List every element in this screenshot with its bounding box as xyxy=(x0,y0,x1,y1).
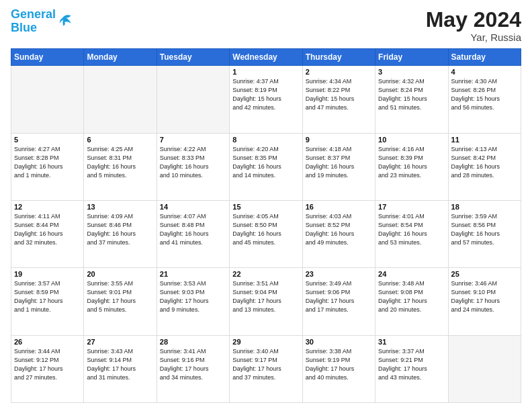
calendar-cell: 24Sunrise: 3:48 AM Sunset: 9:08 PM Dayli… xyxy=(375,268,448,335)
calendar-week-4: 19Sunrise: 3:57 AM Sunset: 8:59 PM Dayli… xyxy=(11,268,521,335)
calendar-cell: 11Sunrise: 4:13 AM Sunset: 8:42 PM Dayli… xyxy=(448,133,521,200)
day-number: 12 xyxy=(14,203,81,211)
logo-text: General Blue xyxy=(11,8,56,35)
calendar-cell: 5Sunrise: 4:27 AM Sunset: 8:28 PM Daylig… xyxy=(11,133,84,200)
day-info: Sunrise: 4:20 AM Sunset: 8:35 PM Dayligh… xyxy=(232,145,299,180)
calendar-header-row: SundayMondayTuesdayWednesdayThursdayFrid… xyxy=(11,49,521,66)
calendar-cell: 21Sunrise: 3:53 AM Sunset: 9:03 PM Dayli… xyxy=(157,268,229,335)
day-number: 6 xyxy=(87,136,153,144)
calendar-cell xyxy=(84,66,157,133)
calendar-cell: 27Sunrise: 3:43 AM Sunset: 9:14 PM Dayli… xyxy=(84,335,157,402)
day-info: Sunrise: 4:27 AM Sunset: 8:28 PM Dayligh… xyxy=(14,145,81,180)
day-info: Sunrise: 3:44 AM Sunset: 9:12 PM Dayligh… xyxy=(14,347,81,382)
day-number: 24 xyxy=(378,270,445,278)
day-number: 22 xyxy=(232,270,299,278)
calendar-cell xyxy=(448,335,521,402)
column-header-tuesday: Tuesday xyxy=(157,49,229,66)
calendar-week-1: 1Sunrise: 4:37 AM Sunset: 8:19 PM Daylig… xyxy=(11,66,521,133)
column-header-wednesday: Wednesday xyxy=(230,49,302,66)
day-info: Sunrise: 3:46 AM Sunset: 9:10 PM Dayligh… xyxy=(451,279,518,314)
day-number: 18 xyxy=(451,203,518,211)
calendar-week-5: 26Sunrise: 3:44 AM Sunset: 9:12 PM Dayli… xyxy=(11,335,521,402)
day-info: Sunrise: 3:48 AM Sunset: 9:08 PM Dayligh… xyxy=(378,279,445,314)
day-info: Sunrise: 4:22 AM Sunset: 8:33 PM Dayligh… xyxy=(160,145,226,180)
day-info: Sunrise: 4:01 AM Sunset: 8:54 PM Dayligh… xyxy=(378,212,445,247)
day-number: 10 xyxy=(378,136,445,144)
day-number: 16 xyxy=(306,203,372,211)
calendar-cell: 22Sunrise: 3:51 AM Sunset: 9:04 PM Dayli… xyxy=(230,268,302,335)
day-info: Sunrise: 3:41 AM Sunset: 9:16 PM Dayligh… xyxy=(160,347,226,382)
day-number: 25 xyxy=(451,270,518,278)
column-header-saturday: Saturday xyxy=(448,49,521,66)
day-number: 13 xyxy=(87,203,153,211)
day-info: Sunrise: 3:59 AM Sunset: 8:56 PM Dayligh… xyxy=(451,212,518,247)
day-number: 14 xyxy=(160,203,226,211)
day-info: Sunrise: 4:03 AM Sunset: 8:52 PM Dayligh… xyxy=(306,212,372,247)
calendar-cell: 7Sunrise: 4:22 AM Sunset: 8:33 PM Daylig… xyxy=(157,133,229,200)
calendar-cell: 26Sunrise: 3:44 AM Sunset: 9:12 PM Dayli… xyxy=(11,335,84,402)
day-info: Sunrise: 4:34 AM Sunset: 8:22 PM Dayligh… xyxy=(306,77,372,112)
day-info: Sunrise: 4:30 AM Sunset: 8:26 PM Dayligh… xyxy=(451,77,518,112)
logo-bird-icon xyxy=(57,12,76,31)
calendar-cell: 14Sunrise: 4:07 AM Sunset: 8:48 PM Dayli… xyxy=(157,200,229,267)
calendar-cell xyxy=(11,66,84,133)
day-info: Sunrise: 4:09 AM Sunset: 8:46 PM Dayligh… xyxy=(87,212,153,247)
calendar-cell: 23Sunrise: 3:49 AM Sunset: 9:06 PM Dayli… xyxy=(302,268,375,335)
calendar-cell xyxy=(157,66,229,133)
day-number: 28 xyxy=(160,338,226,346)
page: General Blue May 2024 Yar, Russia Sunday… xyxy=(0,0,532,411)
day-info: Sunrise: 3:55 AM Sunset: 9:01 PM Dayligh… xyxy=(87,279,153,314)
day-info: Sunrise: 3:43 AM Sunset: 9:14 PM Dayligh… xyxy=(87,347,153,382)
calendar-cell: 10Sunrise: 4:16 AM Sunset: 8:39 PM Dayli… xyxy=(375,133,448,200)
day-number: 8 xyxy=(232,136,299,144)
calendar-cell: 16Sunrise: 4:03 AM Sunset: 8:52 PM Dayli… xyxy=(302,200,375,267)
day-number: 11 xyxy=(451,136,518,144)
column-header-friday: Friday xyxy=(375,49,448,66)
calendar-cell: 13Sunrise: 4:09 AM Sunset: 8:46 PM Dayli… xyxy=(84,200,157,267)
day-number: 29 xyxy=(232,338,299,346)
header: General Blue May 2024 Yar, Russia xyxy=(11,8,521,43)
calendar-cell: 3Sunrise: 4:32 AM Sunset: 8:24 PM Daylig… xyxy=(375,66,448,133)
calendar-cell: 15Sunrise: 4:05 AM Sunset: 8:50 PM Dayli… xyxy=(230,200,302,267)
day-info: Sunrise: 4:11 AM Sunset: 8:44 PM Dayligh… xyxy=(14,212,81,247)
day-number: 5 xyxy=(14,136,81,144)
title-block: May 2024 Yar, Russia xyxy=(426,8,521,43)
day-number: 4 xyxy=(451,68,518,76)
day-info: Sunrise: 4:07 AM Sunset: 8:48 PM Dayligh… xyxy=(160,212,226,247)
calendar-cell: 6Sunrise: 4:25 AM Sunset: 8:31 PM Daylig… xyxy=(84,133,157,200)
calendar-title: May 2024 xyxy=(426,8,521,32)
calendar-cell: 1Sunrise: 4:37 AM Sunset: 8:19 PM Daylig… xyxy=(230,66,302,133)
day-number: 30 xyxy=(306,338,372,346)
day-info: Sunrise: 4:32 AM Sunset: 8:24 PM Dayligh… xyxy=(378,77,445,112)
day-info: Sunrise: 3:38 AM Sunset: 9:19 PM Dayligh… xyxy=(306,347,372,382)
day-info: Sunrise: 3:49 AM Sunset: 9:06 PM Dayligh… xyxy=(306,279,372,314)
calendar-cell: 12Sunrise: 4:11 AM Sunset: 8:44 PM Dayli… xyxy=(11,200,84,267)
calendar-table: SundayMondayTuesdayWednesdayThursdayFrid… xyxy=(11,48,521,403)
calendar-cell: 29Sunrise: 3:40 AM Sunset: 9:17 PM Dayli… xyxy=(230,335,302,402)
calendar-cell: 2Sunrise: 4:34 AM Sunset: 8:22 PM Daylig… xyxy=(302,66,375,133)
day-info: Sunrise: 3:51 AM Sunset: 9:04 PM Dayligh… xyxy=(232,279,299,314)
calendar-cell: 18Sunrise: 3:59 AM Sunset: 8:56 PM Dayli… xyxy=(448,200,521,267)
day-info: Sunrise: 4:16 AM Sunset: 8:39 PM Dayligh… xyxy=(378,145,445,180)
column-header-sunday: Sunday xyxy=(11,49,84,66)
day-number: 21 xyxy=(160,270,226,278)
day-number: 26 xyxy=(14,338,81,346)
day-info: Sunrise: 4:13 AM Sunset: 8:42 PM Dayligh… xyxy=(451,145,518,180)
column-header-monday: Monday xyxy=(84,49,157,66)
calendar-cell: 4Sunrise: 4:30 AM Sunset: 8:26 PM Daylig… xyxy=(448,66,521,133)
calendar-location: Yar, Russia xyxy=(426,32,521,43)
calendar-cell: 17Sunrise: 4:01 AM Sunset: 8:54 PM Dayli… xyxy=(375,200,448,267)
day-number: 19 xyxy=(14,270,81,278)
day-info: Sunrise: 4:05 AM Sunset: 8:50 PM Dayligh… xyxy=(232,212,299,247)
day-number: 3 xyxy=(378,68,445,76)
day-number: 17 xyxy=(378,203,445,211)
day-info: Sunrise: 3:40 AM Sunset: 9:17 PM Dayligh… xyxy=(232,347,299,382)
logo: General Blue xyxy=(11,8,76,35)
day-number: 20 xyxy=(87,270,153,278)
day-number: 23 xyxy=(306,270,372,278)
day-info: Sunrise: 3:57 AM Sunset: 8:59 PM Dayligh… xyxy=(14,279,81,314)
calendar-cell: 19Sunrise: 3:57 AM Sunset: 8:59 PM Dayli… xyxy=(11,268,84,335)
day-number: 9 xyxy=(306,136,372,144)
column-header-thursday: Thursday xyxy=(302,49,375,66)
day-number: 2 xyxy=(306,68,372,76)
